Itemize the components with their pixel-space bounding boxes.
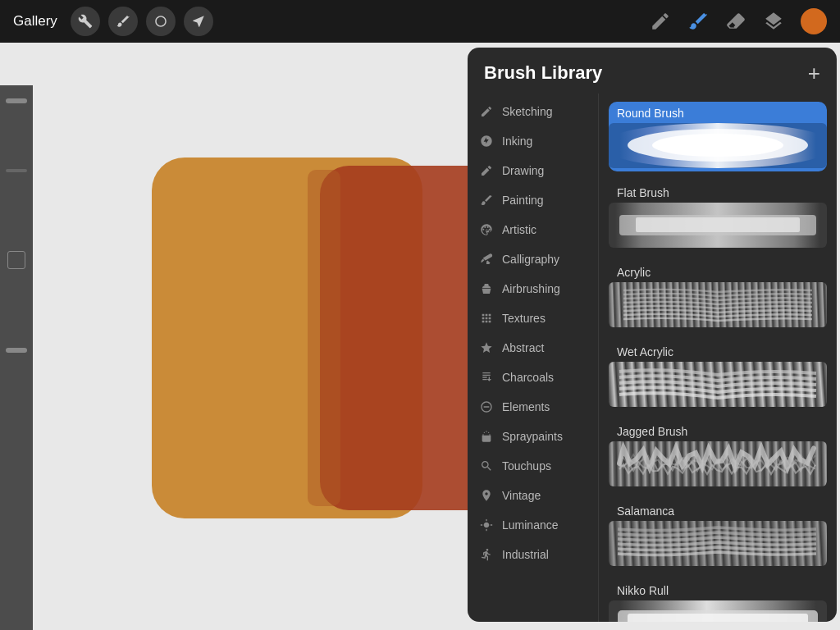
spray-icon xyxy=(479,429,494,444)
gallery-button[interactable]: Gallery xyxy=(13,13,57,30)
sidebar-spacer3 xyxy=(4,274,29,340)
add-brush-button[interactable]: + xyxy=(808,62,820,84)
category-label-painting: Painting xyxy=(502,194,544,207)
category-label-industrial: Industrial xyxy=(502,548,549,561)
charcoals-icon xyxy=(479,370,494,385)
touchup-icon xyxy=(479,459,494,473)
category-label-airbrushing: Airbrushing xyxy=(502,282,560,295)
brush-preview-nikko-rull xyxy=(609,600,827,622)
brush-preview-flat-brush xyxy=(609,203,827,248)
brush-library-panel: Brush Library + SketchingInkingDrawingPa… xyxy=(468,48,837,622)
brush-item-flat-brush[interactable]: Flat Brush xyxy=(599,176,837,256)
brush-panel-title: Brush Library xyxy=(484,62,602,84)
eraser-tool-button[interactable] xyxy=(725,11,746,32)
category-label-luminance: Luminance xyxy=(502,518,559,532)
brush-item-inner-salamanca: Salamanca xyxy=(609,500,827,569)
category-item-charcoals[interactable]: Charcoals xyxy=(468,363,598,392)
category-label-calligraphy: Calligraphy xyxy=(502,253,559,266)
painting-icon xyxy=(479,193,494,208)
category-label-charcoals: Charcoals xyxy=(502,371,554,384)
layer-thumbnail[interactable] xyxy=(7,251,25,269)
category-list: SketchingInkingDrawingPaintingArtisticCa… xyxy=(468,94,599,622)
wrench-button[interactable] xyxy=(71,7,100,36)
category-label-touchups: Touchups xyxy=(502,459,551,472)
brush-stroke-svg-salamanca xyxy=(609,521,827,566)
secondary-slider[interactable] xyxy=(6,348,27,353)
luminance-icon xyxy=(479,518,494,532)
draw-tool-button[interactable] xyxy=(650,11,671,32)
sidebar-spacer2 xyxy=(4,180,29,246)
textures-icon xyxy=(479,311,494,326)
category-item-vintage[interactable]: Vintage xyxy=(468,481,598,510)
brush-panel-header: Brush Library + xyxy=(468,48,837,94)
brush-item-inner-acrylic: Acrylic xyxy=(609,261,827,331)
category-item-textures[interactable]: Textures xyxy=(468,304,598,333)
category-label-sketching: Sketching xyxy=(502,105,552,118)
brush-name-nikko-rull: Nikko Rull xyxy=(609,579,827,599)
brush-list: Round BrushFlat BrushAcrylicWet AcrylicJ… xyxy=(599,94,837,622)
category-item-artistic[interactable]: Artistic xyxy=(468,215,598,244)
svg-rect-2 xyxy=(308,170,340,506)
elements-icon xyxy=(479,399,494,414)
svg-rect-12 xyxy=(628,614,808,622)
category-label-abstract: Abstract xyxy=(502,341,544,354)
brush-modify-button[interactable] xyxy=(108,7,138,36)
category-label-drawing: Drawing xyxy=(502,164,544,177)
category-item-drawing[interactable]: Drawing xyxy=(468,156,598,185)
brush-item-inner-jagged-brush: Jagged Brush xyxy=(609,420,827,490)
category-label-elements: Elements xyxy=(502,400,550,413)
category-item-abstract[interactable]: Abstract xyxy=(468,333,598,363)
brush-size-slider[interactable] xyxy=(6,98,27,103)
category-item-airbrushing[interactable]: Airbrushing xyxy=(468,274,598,304)
category-item-touchups[interactable]: Touchups xyxy=(468,451,598,481)
layers-button[interactable] xyxy=(763,11,784,32)
brush-preview-wet-acrylic xyxy=(609,362,827,407)
brush-stroke-svg-nikko-rull xyxy=(609,600,827,622)
brush-item-salamanca[interactable]: Salamanca xyxy=(599,495,837,574)
pencil-icon xyxy=(479,104,494,119)
category-item-painting[interactable]: Painting xyxy=(468,185,598,215)
category-item-spraypaints[interactable]: Spraypaints xyxy=(468,422,598,451)
left-sidebar xyxy=(0,85,33,630)
brush-preview-salamanca xyxy=(609,521,827,566)
transform-button[interactable] xyxy=(184,7,213,36)
vintage-icon xyxy=(479,488,494,503)
brush-name-flat-brush: Flat Brush xyxy=(609,181,827,201)
brush-stroke-svg-flat-brush xyxy=(609,203,827,248)
category-label-artistic: Artistic xyxy=(502,223,536,236)
svg-point-6 xyxy=(489,229,491,231)
calligraphy-icon xyxy=(479,252,494,267)
category-label-textures: Textures xyxy=(502,312,546,325)
brush-name-wet-acrylic: Wet Acrylic xyxy=(609,340,827,360)
category-label-spraypaints: Spraypaints xyxy=(502,430,563,443)
brush-item-jagged-brush[interactable]: Jagged Brush xyxy=(599,415,837,495)
category-item-elements[interactable]: Elements xyxy=(468,392,598,422)
category-item-industrial[interactable]: Industrial xyxy=(468,540,598,569)
opacity-slider[interactable] xyxy=(6,169,27,172)
category-item-inking[interactable]: Inking xyxy=(468,126,598,156)
brush-item-acrylic[interactable]: Acrylic xyxy=(599,256,837,336)
smudge-button[interactable] xyxy=(146,7,176,36)
sidebar-spacer xyxy=(4,112,29,161)
brush-item-nikko-rull[interactable]: Nikko Rull xyxy=(599,574,837,622)
top-right-tools xyxy=(650,8,827,34)
category-item-sketching[interactable]: Sketching xyxy=(468,97,598,126)
svg-point-8 xyxy=(652,134,783,157)
brush-stroke-svg-round-brush xyxy=(609,123,827,168)
svg-point-4 xyxy=(484,226,486,228)
artistic-icon xyxy=(479,222,494,237)
category-label-vintage: Vintage xyxy=(502,489,541,502)
category-label-inking: Inking xyxy=(502,135,532,148)
user-avatar[interactable] xyxy=(801,8,827,34)
drawing-icon xyxy=(479,163,494,178)
category-item-calligraphy[interactable]: Calligraphy xyxy=(468,244,598,274)
brush-stroke-svg-acrylic xyxy=(609,282,827,327)
brush-stroke-svg-jagged-brush xyxy=(609,441,827,486)
brush-preview-jagged-brush xyxy=(609,441,827,486)
brush-item-wet-acrylic[interactable]: Wet Acrylic xyxy=(599,336,837,415)
paint-brush-tool-button[interactable] xyxy=(687,11,709,32)
topbar: Gallery xyxy=(0,0,840,43)
brush-item-inner-flat-brush: Flat Brush xyxy=(609,181,827,251)
brush-item-round-brush[interactable]: Round Brush xyxy=(599,97,837,176)
category-item-luminance[interactable]: Luminance xyxy=(468,510,598,540)
